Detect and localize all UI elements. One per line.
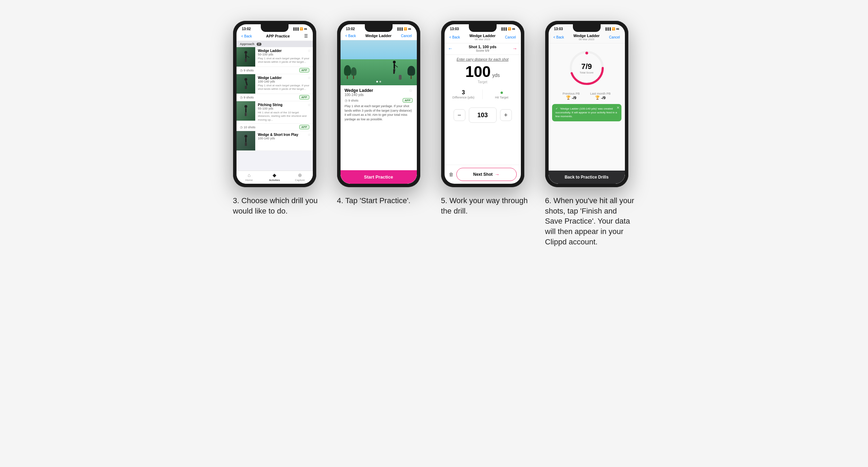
nav-back-5[interactable]: < Back bbox=[449, 35, 460, 39]
nav-bar-6: < Back Wedge Ladder 06 Mar 2023 Cancel bbox=[549, 32, 625, 43]
drill-star-3[interactable]: ☆ bbox=[308, 103, 311, 107]
nav-title-5: Wedge Ladder bbox=[470, 34, 496, 38]
drill-item-4[interactable]: Wedge & Short Iron Play 100-140 yds ☆ bbox=[237, 131, 313, 151]
battery-icon-6: 46 bbox=[616, 27, 619, 31]
drill-item-3[interactable]: Pitching String 55-100 yds Hit 1 shot at… bbox=[237, 101, 313, 124]
detail-star-4[interactable]: ☆ bbox=[409, 88, 413, 93]
prev-pb-label: Previous PB bbox=[562, 92, 580, 95]
time-5: 13:03 bbox=[450, 27, 459, 31]
phone-6: 13:03 ▐▐▐ 🛜 46 < Back Wedge Ladder 06 Ma… bbox=[545, 21, 628, 187]
next-shot-btn[interactable]: Next Shot → bbox=[456, 168, 517, 181]
status-icons-3: ▐▐▐ 🛜 46 bbox=[293, 27, 307, 31]
target-unit: yds bbox=[492, 72, 500, 78]
phone-notch-3 bbox=[261, 24, 289, 32]
status-icons-6: ▐▐▐ 🛜 46 bbox=[605, 27, 619, 31]
success-toast: ✓ 'Wedge Ladder (100-140 yds)' was creat… bbox=[552, 104, 621, 121]
hit-target-icon: ● bbox=[483, 89, 521, 96]
time-6: 13:03 bbox=[554, 27, 563, 31]
time-4: 13:02 bbox=[346, 27, 355, 31]
nav-back-6[interactable]: < Back bbox=[553, 35, 564, 39]
svg-rect-1 bbox=[245, 54, 247, 59]
main-container: 13:02 ▐▐▐ 🛜 46 < Back APP Practice ☰ App… bbox=[233, 21, 635, 247]
target-sub: Target bbox=[445, 80, 521, 84]
drill-star-2[interactable]: ☆ bbox=[308, 76, 311, 80]
phone-notch-6 bbox=[573, 24, 601, 32]
wifi-icon-6: 🛜 bbox=[612, 27, 615, 31]
tree-3 bbox=[407, 66, 415, 79]
svg-line-19 bbox=[395, 65, 398, 67]
shot-metrics: 3 Difference (yds) ● Hit Target bbox=[445, 87, 521, 102]
drill-thumb-4 bbox=[237, 131, 255, 150]
shot-nav-center: Shot 1, 100 yds Score 5/9 bbox=[465, 45, 500, 52]
nav-back-3[interactable]: < Back bbox=[241, 34, 252, 38]
tree-2 bbox=[351, 67, 356, 79]
dot-inactive-4 bbox=[379, 81, 381, 83]
drill-name-3: Pitching String bbox=[258, 103, 310, 107]
step-6-desc: 6. When you've hit all your shots, tap '… bbox=[545, 196, 635, 247]
trash-icon[interactable]: 🗑 bbox=[449, 172, 454, 177]
last-month-pb: Last month PB 🏆 -/9 bbox=[590, 92, 611, 100]
last-trophy-icon: 🏆 bbox=[595, 95, 600, 100]
shot-prev-arrow[interactable]: ← bbox=[448, 46, 465, 51]
clock-icon-2: ◷ bbox=[240, 96, 243, 99]
screen-6: 13:03 ▐▐▐ 🛜 46 < Back Wedge Ladder 06 Ma… bbox=[549, 24, 625, 184]
drill-yds-2: 100-140 yds bbox=[258, 80, 310, 83]
shot-score: Score 5/9 bbox=[465, 49, 500, 52]
tab-activities-3[interactable]: ◆ Activities bbox=[262, 172, 287, 182]
svg-line-2 bbox=[247, 56, 249, 58]
thumb-img-4 bbox=[237, 131, 255, 150]
nav-cancel-6[interactable]: Cancel bbox=[609, 35, 620, 39]
detail-yds-4: 100-140 yds bbox=[345, 93, 373, 97]
nav-cancel-5[interactable]: Cancel bbox=[505, 35, 516, 39]
drill-star-1[interactable]: ☆ bbox=[308, 49, 311, 53]
toast-text: 'Wedge Ladder (100-140 yds)' was created… bbox=[556, 107, 617, 118]
plus-btn[interactable]: + bbox=[500, 109, 512, 121]
svg-rect-8 bbox=[246, 86, 247, 89]
drill-footer-3: ◷ 10 shots APP bbox=[237, 124, 313, 131]
tab-capture-3[interactable]: ⊕ Capture bbox=[287, 172, 312, 182]
checkmark-icon: ✓ bbox=[556, 107, 558, 110]
drill-thumb-3 bbox=[237, 101, 255, 121]
last-pb-label: Last month PB bbox=[590, 92, 611, 95]
back-to-drills-btn[interactable]: Back to Practice Drills bbox=[549, 171, 625, 184]
drill-item-1[interactable]: Wedge Ladder 50-100 yds Play 1 shot at e… bbox=[237, 47, 313, 67]
tab-home-3[interactable]: ⌂ Home bbox=[237, 172, 262, 182]
signal-icon-5: ▐▐▐ bbox=[501, 27, 507, 31]
drill-item-2[interactable]: Wedge Ladder 100-140 yds Play 1 shot at … bbox=[237, 74, 313, 94]
detail-shots-4: ◷ 9 shots bbox=[345, 99, 359, 102]
drill-star-4[interactable]: ☆ bbox=[308, 133, 311, 137]
detail-app-badge-4: APP bbox=[403, 98, 412, 103]
svg-rect-6 bbox=[245, 80, 248, 86]
clock-icon-3: ◷ bbox=[240, 126, 243, 129]
bag-figure bbox=[399, 75, 402, 80]
start-practice-btn[interactable]: Start Practice bbox=[341, 170, 417, 184]
shots-label-1: ◷ 9 shots bbox=[240, 69, 254, 72]
drill-desc-2: Play 1 shot at each target yardage. If y… bbox=[258, 84, 310, 91]
wifi-icon-3: 🛜 bbox=[300, 27, 303, 31]
score-fraction: 7/9 bbox=[579, 62, 593, 71]
carry-label-row: Enter carry distance for each shot bbox=[445, 55, 521, 64]
battery-icon-5: 46 bbox=[512, 27, 515, 31]
golfer-svg-3 bbox=[242, 105, 250, 117]
spacer-6 bbox=[549, 123, 625, 171]
app-badge-2: APP bbox=[299, 95, 309, 100]
svg-rect-15 bbox=[245, 142, 246, 146]
drill-yds-4: 100-140 yds bbox=[258, 137, 310, 140]
shot-next-arrow[interactable]: → bbox=[500, 46, 517, 51]
home-label-3: Home bbox=[245, 179, 252, 182]
score-total-label: Total Score bbox=[579, 71, 593, 74]
image-dots-4 bbox=[376, 81, 381, 83]
nav-hamburger-3[interactable]: ☰ bbox=[304, 34, 308, 38]
metric-hit-target: ● Hit Target bbox=[483, 87, 521, 102]
nav-bar-5: < Back Wedge Ladder 06 Mar 2023 Cancel bbox=[445, 32, 521, 43]
minus-btn[interactable]: − bbox=[454, 109, 465, 121]
nav-cancel-4[interactable]: Cancel bbox=[401, 34, 412, 38]
shot-input-value[interactable]: 103 bbox=[469, 107, 497, 123]
detail-shots-row-4: ◷ 9 shots APP bbox=[345, 98, 413, 103]
toast-close-btn[interactable]: ✕ bbox=[617, 105, 619, 110]
nav-back-4[interactable]: < Back bbox=[345, 34, 356, 38]
drill-thumb-1 bbox=[237, 47, 255, 67]
svg-rect-16 bbox=[246, 142, 247, 146]
score-text-overlay: 7/9 Total Score bbox=[579, 62, 593, 74]
detail-desc-4: Play 1 shot at each target yardage. If y… bbox=[345, 104, 413, 121]
